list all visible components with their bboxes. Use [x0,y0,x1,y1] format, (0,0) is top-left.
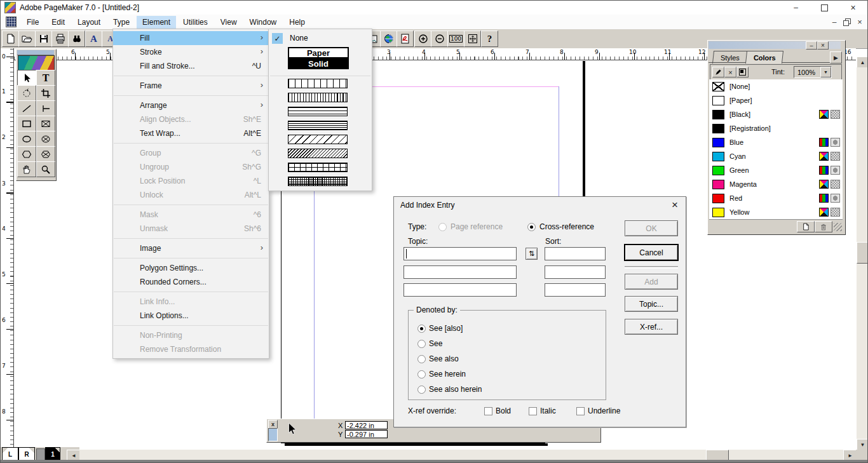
minimize-button[interactable]: – [782,1,810,15]
menu-item-link-info[interactable]: Link Info... [113,295,269,309]
tool-ellipse-frame[interactable] [36,131,55,147]
menu-view[interactable]: View [215,16,243,29]
none-fill-button[interactable]: × [724,67,736,77]
tool-ellipse[interactable] [17,131,36,147]
see-also-bracket-radio[interactable] [417,325,426,333]
color-row-registration[interactable]: [Registration] [709,121,843,136]
find-button[interactable] [68,30,85,47]
ruler-vertical[interactable]: 012345678 [1,48,14,450]
see-radio[interactable] [417,340,426,348]
zoom-in-button[interactable] [414,30,431,47]
document-system-icon[interactable] [6,17,17,27]
tool-line[interactable] [17,100,36,116]
tool-pointer[interactable] [17,70,36,86]
topic-field-2[interactable] [403,265,517,279]
toolbox-title-bar[interactable] [17,50,54,55]
menu-item-fill[interactable]: Fill› [113,31,269,45]
see-also-herein-radio[interactable] [417,386,426,394]
menu-item-rounded-corners[interactable]: Rounded Corners... [113,275,269,289]
menu-item-image[interactable]: Image› [113,241,269,255]
tool-polygon-frame[interactable] [36,146,55,162]
control-palette-drag-strip[interactable] [268,428,278,441]
menu-item-lock-position[interactable]: Lock Position^L [113,174,269,188]
tool-rectangle[interactable] [17,116,36,131]
fill-item-none[interactable]: ✓ None [269,32,372,47]
cycle-topics-button[interactable]: ⇅ [526,248,538,260]
actual-size-button[interactable]: 100 [447,30,465,47]
ok-button[interactable]: OK [625,220,678,236]
tool-rotate[interactable] [17,85,36,101]
fill-pattern-diagonal-coarse[interactable] [288,135,348,144]
topic-field-1[interactable] [403,247,517,260]
menu-item-polygon-settings[interactable]: Polygon Settings... [113,261,269,275]
menu-element[interactable]: Element [137,16,176,29]
print-button[interactable] [51,30,69,47]
master-page-right-button[interactable]: R [18,447,35,461]
color-row-magenta[interactable]: Magenta [709,177,843,192]
see-herein-radio[interactable] [417,370,426,379]
color-row-black[interactable]: [Black] [709,107,843,122]
menu-item-link-options[interactable]: Link Options... [113,309,269,323]
menu-item-group[interactable]: Group^G [113,146,269,160]
tool-constrained-line[interactable] [36,100,55,116]
menu-window[interactable]: Window [244,16,283,29]
menu-help[interactable]: Help [283,16,311,29]
fill-pattern-horizontal-fine[interactable] [288,121,348,130]
master-page-left-button[interactable]: L [2,447,18,461]
topic-field-3[interactable] [403,283,517,297]
menu-item-frame[interactable]: Frame› [113,79,269,93]
menu-item-text-wrap[interactable]: Text Wrap...Alt^E [113,126,269,140]
menu-item-arrange[interactable]: Arrange› [113,98,269,112]
menu-item-ungroup[interactable]: UngroupSh^G [113,160,269,174]
fit-in-window-button[interactable] [464,30,481,47]
dialog-close-icon[interactable]: × [672,199,678,211]
xref-button[interactable]: X-ref... [625,319,678,335]
doc-restore-button[interactable] [841,18,853,27]
menu-item-mask[interactable]: Mask^6 [113,208,269,222]
control-palette-close-button[interactable]: x [268,420,278,429]
color-row-yellow[interactable]: Yellow [709,205,843,220]
sort-field-3[interactable] [545,283,606,297]
help-button[interactable]: ? [481,30,498,47]
doc-close-button[interactable]: × [853,17,866,27]
stroke-pen-button[interactable] [712,67,724,77]
x-coordinate-field[interactable]: -2.422 in [345,421,388,429]
topic-button[interactable]: Topic... [625,296,678,312]
menu-item-remove-transformation[interactable]: Remove Transformation [113,342,269,356]
sort-field-1[interactable] [545,247,606,260]
see-also-radio[interactable] [417,355,426,363]
maximize-button[interactable] [810,1,839,15]
fill-pattern-grid-coarse[interactable] [288,163,348,172]
color-row-cyan[interactable]: Cyan [709,149,843,164]
menu-item-unmask[interactable]: UnmaskSh^6 [113,222,269,236]
color-row-paper[interactable]: [Paper] [709,93,843,108]
italic-checkbox[interactable] [529,407,537,415]
menu-edit[interactable]: Edit [46,16,71,29]
menu-utilities[interactable]: Utilities [177,16,214,29]
new-document-button[interactable] [2,30,19,47]
fill-pattern-horizontal-coarse[interactable] [288,107,348,116]
save-button[interactable] [35,30,52,47]
fill-pattern-vertical-coarse[interactable] [288,79,348,88]
color-row-red[interactable]: Red [709,191,843,206]
delete-color-button[interactable] [815,221,832,232]
color-row-none[interactable]: [None] [709,79,843,94]
export-pdf-button[interactable] [397,30,414,47]
menu-type[interactable]: Type [107,16,135,29]
tab-colors[interactable]: Colors [745,51,783,64]
tool-polygon[interactable] [17,146,36,162]
new-color-button[interactable] [797,221,815,232]
close-button[interactable]: × [839,1,867,15]
menu-item-align-objects[interactable]: Align Objects...Sh^E [113,112,269,126]
menu-file[interactable]: File [21,16,44,29]
palette-expand-button[interactable]: ▶ [830,51,842,64]
character-specs-button[interactable]: A [85,30,102,47]
add-button[interactable]: Add [625,274,678,290]
current-page-button[interactable]: 1 [45,447,60,461]
cross-reference-radio[interactable] [527,223,536,231]
tool-hand[interactable] [17,161,36,177]
sort-field-2[interactable] [545,265,606,279]
tool-rectangle-frame[interactable] [36,116,55,131]
tab-styles[interactable]: Styles [712,51,748,64]
palette-resize-grip[interactable] [834,223,842,231]
